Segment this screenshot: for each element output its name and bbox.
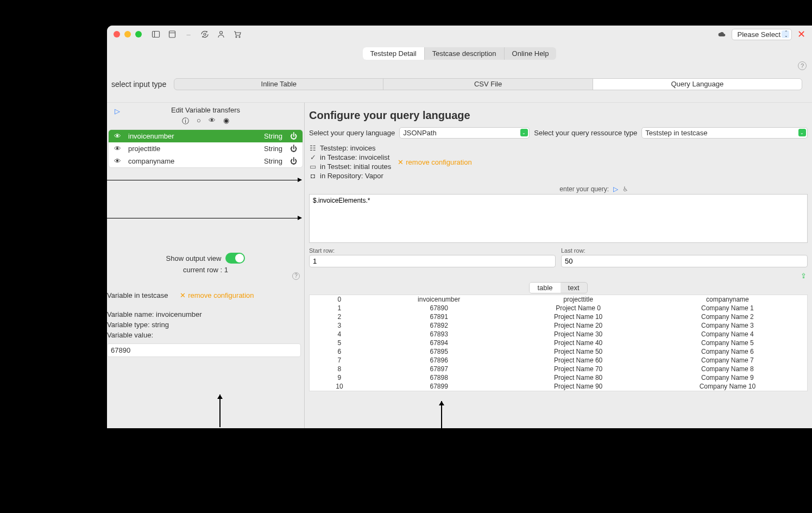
table-header: projecttitle	[508, 295, 647, 304]
variable-row-projecttitle[interactable]: 👁 projecttitle String ⏻	[109, 142, 303, 155]
table-cell: Company Name 4	[648, 330, 807, 339]
export-icon[interactable]: ⇪	[309, 272, 808, 280]
eye-icon[interactable]: 👁	[209, 116, 216, 126]
start-row-label: Start row:	[309, 247, 556, 254]
result-view-segmented: table text	[309, 280, 808, 295]
query-language-label: Select your query language	[309, 129, 395, 137]
remove-configuration-link[interactable]: ✕remove configuration	[398, 158, 471, 166]
zoom-button[interactable]	[135, 31, 142, 37]
table-row[interactable]: 467893Project Name 30Company Name 4	[310, 330, 807, 339]
start-row-input[interactable]	[309, 255, 556, 267]
input-type-label: select input type	[111, 80, 169, 89]
table-cell: Company Name 2	[648, 312, 807, 321]
table-cell: 6	[310, 347, 369, 356]
table-cell: Company Name 8	[648, 365, 807, 373]
accessibility-icon[interactable]: ♿︎	[622, 185, 628, 193]
table-cell: 67891	[369, 312, 508, 321]
table-row[interactable]: 267891Project Name 10Company Name 2	[310, 312, 807, 321]
main-split: ▷ Edit Variable transfers ⓘ ○ 👁 ◉ 👁 invo…	[107, 102, 812, 428]
help-icon[interactable]: ?	[798, 61, 807, 70]
table-row[interactable]: 767896Project Name 60Company Name 7	[310, 356, 807, 365]
table-cell: 10	[310, 382, 369, 391]
minimize-button[interactable]	[124, 31, 131, 37]
table-row[interactable]: 1067899Project Name 90Company Name 10	[310, 382, 807, 391]
sidebar-icon[interactable]	[152, 30, 160, 39]
svg-point-6	[236, 36, 237, 37]
svg-rect-0	[153, 32, 160, 37]
table-cell: 67893	[369, 330, 508, 339]
tab-teststep-detail[interactable]: Teststep Detail	[363, 47, 425, 60]
context-repo: in Repository: Vapor	[320, 172, 383, 180]
table-row[interactable]: 967898Project Name 80Company Name 9	[310, 373, 807, 382]
table-cell: Project Name 90	[508, 382, 647, 391]
table-cell: Project Name 50	[508, 347, 647, 356]
query-textarea[interactable]	[309, 194, 808, 243]
table-header: 0	[310, 295, 369, 304]
table-cell: Project Name 20	[508, 321, 647, 330]
variable-row-invoicenumber[interactable]: 👁 invoicenumber String ⏻	[109, 130, 303, 142]
table-row[interactable]: 367892Project Name 20Company Name 3	[310, 321, 807, 330]
app-window: – Please Select ⌃⌄ ✕ Teststep Detail Tes…	[107, 26, 812, 428]
close-icon[interactable]: ✕	[797, 28, 805, 40]
table-cell: Company Name 1	[648, 304, 807, 312]
info-icon[interactable]: ⓘ	[182, 116, 189, 126]
user-icon[interactable]	[217, 30, 225, 39]
table-row[interactable]: 667895Project Name 50Company Name 6	[310, 347, 807, 356]
resource-type-select[interactable]: Teststep in testcase	[641, 127, 808, 139]
resource-type-value: Teststep in testcase	[645, 129, 707, 137]
titlebar-select[interactable]: Please Select ⌃⌄	[732, 29, 792, 40]
variable-value-input[interactable]: 67890	[107, 343, 301, 357]
variable-row-companyname[interactable]: 👁 companyname String ⏻	[109, 155, 303, 167]
power-icon[interactable]: ⏻	[290, 132, 297, 140]
context-teststep: Teststep: invoices	[320, 144, 376, 152]
table-cell: Project Name 30	[508, 330, 647, 339]
last-row-input[interactable]	[561, 255, 808, 267]
show-output-toggle[interactable]	[225, 253, 245, 264]
table-row[interactable]: 867897Project Name 70Company Name 8	[310, 365, 807, 373]
cloud-icon[interactable]	[717, 30, 726, 39]
table-header: companyname	[648, 295, 807, 304]
inline-table-option[interactable]: Inline Table	[174, 79, 383, 90]
close-button[interactable]	[114, 31, 120, 37]
table-header-row: 0 invoicenumber projecttitle companyname	[310, 295, 807, 304]
query-language-option[interactable]: Query Language	[593, 79, 802, 90]
table-row[interactable]: 567894Project Name 40Company Name 5	[310, 339, 807, 347]
toolbar-icons: –	[152, 30, 242, 39]
arrow-annotations	[107, 168, 304, 249]
last-row-label: Last row:	[561, 247, 808, 254]
table-cell: Project Name 10	[508, 312, 647, 321]
power-icon[interactable]: ⏻	[290, 145, 297, 153]
tab-testcase-description[interactable]: Testcase description	[425, 47, 505, 60]
context-testcase: in Testcase: invoicelist	[320, 153, 389, 161]
cart-icon[interactable]	[233, 30, 242, 39]
help-icon[interactable]: ?	[292, 272, 300, 280]
table-cell: Project Name 70	[508, 365, 647, 373]
target-icon[interactable]: ◉	[223, 116, 229, 126]
power-icon[interactable]: ⏻	[290, 157, 297, 165]
enter-query-label: enter your query:	[559, 185, 609, 193]
annotation-arrow	[219, 395, 221, 427]
panel-icon[interactable]	[168, 30, 177, 39]
table-cell: Company Name 9	[648, 373, 807, 382]
top-tabs: Teststep Detail Testcase description Onl…	[107, 43, 812, 64]
dash-icon[interactable]: –	[184, 30, 193, 39]
play-icon[interactable]: ▷	[115, 107, 120, 115]
circle-icon[interactable]: ○	[197, 116, 201, 126]
remove-configuration-link[interactable]: ✕remove configuration	[180, 291, 254, 299]
variable-output-panel: Variable in testcase ✕remove configurati…	[107, 285, 304, 357]
query-language-select[interactable]: JSONPath	[399, 127, 530, 139]
table-cell: 67898	[369, 373, 508, 382]
table-row[interactable]: 167890Project Name 0Company Name 1	[310, 304, 807, 312]
folder-icon: ▭	[309, 162, 317, 171]
tab-online-help[interactable]: Online Help	[505, 47, 557, 60]
csv-file-option[interactable]: CSV File	[383, 79, 593, 90]
table-cell: 67895	[369, 347, 508, 356]
run-query-icon[interactable]: ▷	[613, 185, 618, 193]
table-cell: 67897	[369, 365, 508, 373]
view-table[interactable]: table	[530, 283, 560, 293]
query-selects: Select your query language JSONPath Sele…	[309, 127, 808, 144]
view-text[interactable]: text	[561, 283, 587, 293]
sync-icon[interactable]	[200, 30, 209, 39]
table-cell: 1	[310, 304, 369, 312]
query-language-value: JSONPath	[403, 129, 436, 137]
